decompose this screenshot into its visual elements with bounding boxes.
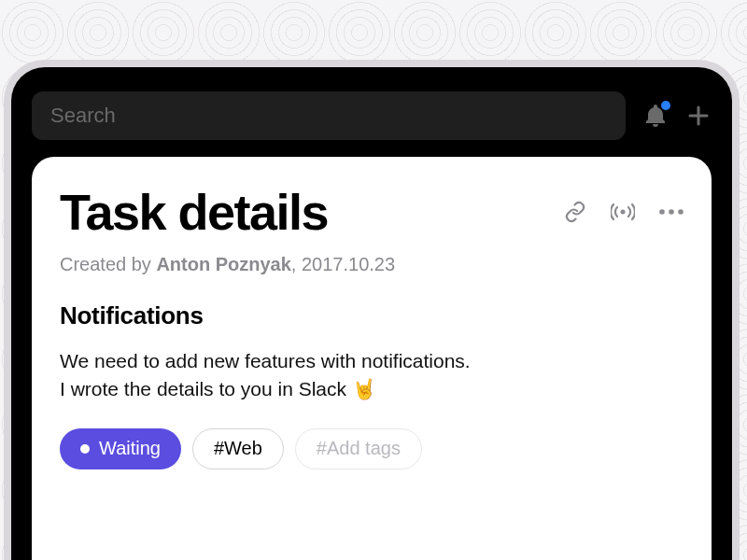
web-tag[interactable]: #Web <box>192 428 284 469</box>
device-frame: Search Task details <box>4 60 740 560</box>
body-line-2: I wrote the details to you in Slack 🤘 <box>60 375 684 403</box>
add-tag-button[interactable]: #Add tags <box>295 428 422 469</box>
svg-point-3 <box>659 209 665 215</box>
svg-point-2 <box>621 210 626 215</box>
broadcast-button[interactable] <box>611 201 635 223</box>
status-label: Waiting <box>99 438 161 459</box>
status-tag[interactable]: Waiting <box>60 428 181 469</box>
page-title: Task details <box>60 183 543 241</box>
task-description: We need to add new features with notific… <box>60 347 684 404</box>
search-input[interactable]: Search <box>32 91 626 140</box>
header-actions <box>564 201 684 223</box>
notification-dot <box>661 101 670 110</box>
svg-point-5 <box>678 209 684 215</box>
task-meta: Created by Anton Poznyak, 2017.10.23 <box>60 254 684 275</box>
broadcast-icon <box>611 201 635 223</box>
web-tag-label: #Web <box>214 438 262 459</box>
more-options-button[interactable] <box>659 209 684 215</box>
meta-date: , 2017.10.23 <box>291 254 395 274</box>
device-screen: Search Task details <box>11 67 732 560</box>
add-button[interactable] <box>685 103 712 129</box>
body-line-1: We need to add new features with notific… <box>60 347 684 375</box>
tags-row: Waiting #Web #Add tags <box>60 428 684 469</box>
svg-point-4 <box>669 209 674 215</box>
link-button[interactable] <box>564 201 586 223</box>
notifications-button[interactable] <box>642 103 669 129</box>
link-icon <box>564 201 586 223</box>
status-dot-icon <box>80 444 90 454</box>
search-placeholder: Search <box>50 104 116 128</box>
meta-prefix: Created by <box>60 254 156 274</box>
card-header: Task details <box>60 183 684 241</box>
author-name: Anton Poznyak <box>156 254 290 274</box>
plus-icon <box>687 105 710 127</box>
topbar: Search <box>32 86 712 157</box>
more-icon <box>659 209 684 215</box>
section-title: Notifications <box>60 301 684 330</box>
add-tag-label: #Add tags <box>317 438 401 459</box>
task-card: Task details <box>32 157 712 560</box>
